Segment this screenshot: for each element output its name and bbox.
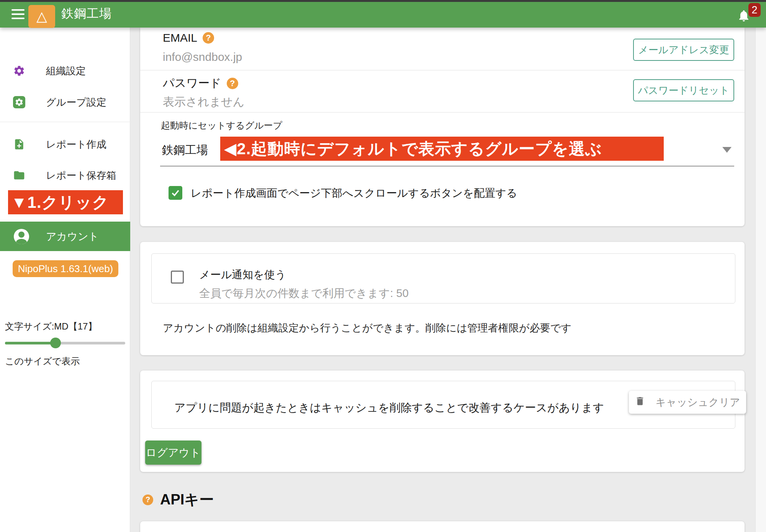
email-help-icon[interactable] [203,32,214,44]
person-icon [14,229,29,244]
change-email-button[interactable]: メールアドレス変更 [633,39,734,61]
checkbox-unchecked-icon[interactable] [171,271,184,284]
sidebar-item-label: レポート作成 [46,138,106,151]
password-reset-button[interactable]: パスワードリセット [633,79,734,101]
logout-button[interactable]: ログアウト [145,441,201,465]
cache-clear-button[interactable]: キャッシュクリア [629,391,746,414]
password-label: パスワード [163,75,221,91]
font-size-label: 文字サイズ:MD【17】 [5,320,97,333]
chevron-down-icon[interactable] [722,147,732,153]
gear-icon [13,65,25,77]
scroll-checkbox-label: レポート作成画面でページ下部へスクロールするボタンを配置する [191,186,517,201]
sidebar-item-org-settings[interactable]: 組織設定 [0,59,130,83]
checkbox-checked-icon[interactable] [169,186,182,200]
account-delete-note: アカウントの削除は組織設定から行うことができます。削除には管理者権限が必要です [163,321,571,335]
sidebar: 組織設定 グループ設定 レポート作成 レポート保存箱 ▼1.クリック アカウント [0,28,130,532]
mail-notify-checkbox-row[interactable]: メール通知を使う 全員で毎月次の件数まで利用できます: 50 [171,268,409,301]
page: △ 鉄鋼工場 2 組織設定 グループ設定 レポート作成 [0,0,766,532]
password-label-row: パスワード [163,75,238,91]
password-value: 表示されません [163,94,245,110]
cache-note: アプリに問題が起きたときはキャッシュを削除することで改善するケースがあります [174,400,604,416]
sidebar-item-label: レポート保存箱 [46,169,116,182]
sidebar-item-label: 組織設定 [46,64,86,78]
annotation-step2-select-group: ◀2.起動時にデフォルトで表示するグループを選ぶ [220,137,664,161]
sidebar-item-create-report[interactable]: レポート作成 [0,132,130,156]
startup-group-label: 起動時にセットするグループ [161,119,282,132]
mail-notify-label: メール通知を使う [199,268,409,282]
app-version-badge: NipoPlus 1.63.1(web) [13,260,118,277]
font-size-note: このサイズで表示 [5,355,80,367]
mail-notify-sub: 全員で毎月次の件数まで利用できます: 50 [199,286,409,301]
row-divider [140,112,745,113]
annotation-step1-click: ▼1.クリック [8,190,123,214]
email-value: info@sndbox.jp [163,51,242,64]
api-key-card [140,521,745,532]
folder-icon [13,169,25,181]
sidebar-item-label: グループ設定 [46,96,106,109]
file-plus-icon [13,138,25,150]
slider-thumb[interactable] [50,338,61,348]
group-gear-icon [13,96,25,108]
trash-icon [635,396,645,409]
api-help-icon[interactable] [142,494,153,505]
slider-fill [5,342,56,344]
notification-count-badge: 2 [748,3,761,17]
font-size-slider[interactable] [5,338,125,348]
api-key-heading: APIキー [142,490,214,509]
password-help-icon[interactable] [227,78,238,89]
window-top-strip [0,0,766,2]
mail-notification-card: メール通知を使う 全員で毎月次の件数まで利用できます: 50 アカウントの削除は… [140,242,745,355]
sidebar-item-report-box[interactable]: レポート保存箱 [0,163,130,187]
sidebar-item-label: アカウント [46,230,99,243]
cache-clear-label: キャッシュクリア [655,395,740,409]
mail-notify-box: メール通知を使う 全員で毎月次の件数まで利用できます: 50 [151,253,735,304]
api-key-title: APIキー [160,490,214,509]
email-label: EMAIL [163,31,197,44]
select-underline [160,166,734,166]
email-label-row: EMAIL [163,31,214,44]
menu-icon[interactable] [11,9,25,19]
scrollbar[interactable] [755,28,766,532]
startup-group-select[interactable]: 鉄鋼工場 [162,142,208,158]
app-logo-triangle-icon[interactable]: △ [28,5,55,28]
row-divider [140,70,745,70]
cache-box: アプリに問題が起きたときはキャッシュを削除することで改善するケースがあります キ… [151,381,735,429]
cache-card: アプリに問題が起きたときはキャッシュを削除することで改善するケースがあります キ… [140,370,745,472]
account-settings-card: EMAIL info@sndbox.jp メールアドレス変更 パスワード 表示さ… [140,28,745,226]
sidebar-item-group-settings[interactable]: グループ設定 [0,90,130,114]
app-header: △ 鉄鋼工場 2 [0,0,766,28]
sidebar-item-account[interactable]: アカウント [0,222,130,251]
sidebar-divider [0,122,130,122]
scroll-button-checkbox-row[interactable]: レポート作成画面でページ下部へスクロールするボタンを配置する [169,186,517,201]
app-title: 鉄鋼工場 [61,0,112,28]
